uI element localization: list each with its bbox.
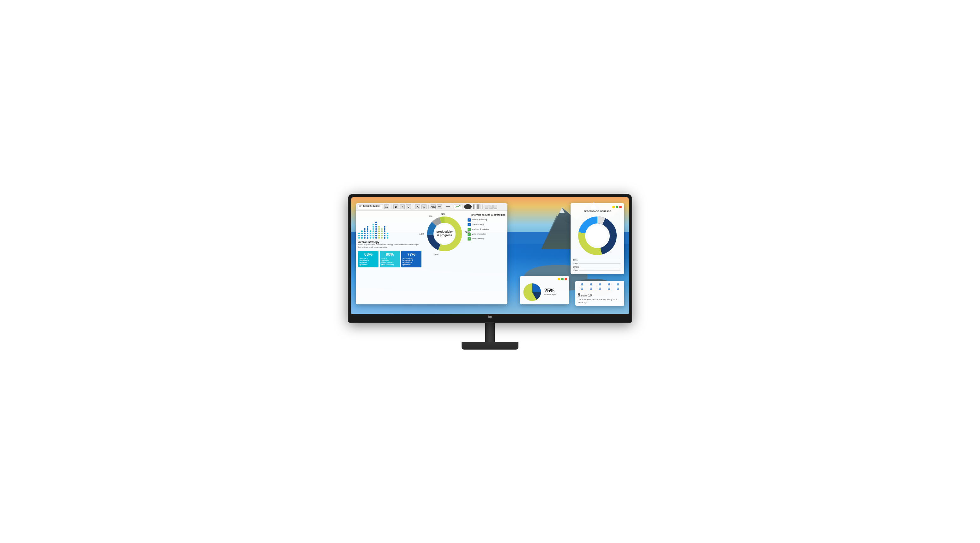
- font-name-input[interactable]: HP SimplifiedLight: [358, 204, 383, 209]
- text-a-btn[interactable]: A: [415, 204, 420, 209]
- checklist-item-5: ✓ work efficiency: [468, 237, 506, 240]
- computer-icon-3: 🖥: [596, 283, 604, 286]
- dot: [375, 224, 377, 225]
- check-label-4: value proposition: [472, 233, 486, 236]
- oval-icon[interactable]: [464, 204, 472, 209]
- donut-label-progress: & progress: [437, 234, 452, 237]
- legend-item-100: 100%: [573, 266, 622, 268]
- dot: [370, 237, 371, 239]
- pie-sub-text: of users agree: [544, 294, 567, 296]
- stat-value-77: 77%: [407, 252, 415, 256]
- dot: [381, 232, 383, 234]
- dot: [378, 235, 380, 236]
- percentage-title: PERCENTAGE INCREASE: [573, 210, 622, 213]
- dot: [372, 228, 374, 230]
- dot: [378, 231, 380, 232]
- toolbar-divider-6: [482, 204, 483, 209]
- dot: [367, 235, 368, 236]
- analysis-section: analysis results & strategies ✓ content …: [468, 213, 506, 302]
- checkmark-icon-5: ✓: [468, 238, 470, 240]
- stat-value-63: 63%: [364, 252, 372, 256]
- dot: [372, 237, 374, 239]
- dot-col-11: [387, 232, 388, 239]
- checkmark-icon-4: ✓: [468, 233, 470, 236]
- dot: [361, 232, 363, 234]
- donut-center-label: productivity & progress: [436, 230, 453, 237]
- monitor-wrapper: HP SimplifiedLight 12 B I U A A ABC abc: [348, 194, 632, 350]
- dot: [361, 237, 363, 239]
- checkbox-3[interactable]: ✓: [468, 228, 471, 231]
- underline-btn[interactable]: U: [406, 204, 411, 209]
- dot: [372, 226, 374, 228]
- checkbox-2[interactable]: ✓: [468, 223, 471, 226]
- pie-close-btn[interactable]: [565, 278, 567, 280]
- computer-icon-6: 🖥: [578, 287, 586, 290]
- check-label-3: analytics & statistics: [472, 228, 489, 231]
- checkmark-icon-3: ✓: [468, 228, 470, 231]
- pie-minimize-btn[interactable]: [558, 278, 560, 280]
- dot: [372, 224, 374, 225]
- dot: [387, 235, 388, 236]
- dot: [375, 235, 377, 236]
- align-icon[interactable]: [446, 206, 450, 207]
- dots-icon[interactable]: [473, 204, 480, 209]
- stat-item-framework: framework: [360, 264, 377, 266]
- abc2-btn[interactable]: abc: [437, 204, 442, 209]
- line-chart-icon[interactable]: [454, 204, 463, 209]
- close-button[interactable]: [619, 206, 622, 208]
- grid-icon[interactable]: [493, 205, 497, 209]
- checklist-item-3: ✓ analytics & statistics: [468, 228, 506, 231]
- abc-btn[interactable]: ABC: [431, 204, 436, 209]
- font-size-btn[interactable]: 12: [384, 204, 389, 209]
- legend-item-25: 25%: [573, 269, 622, 272]
- svg-point-14: [587, 226, 608, 246]
- dot-col-9: [381, 228, 383, 239]
- maximize-button[interactable]: [616, 206, 618, 208]
- checkbox-5[interactable]: ✓: [468, 237, 471, 240]
- text-a2-btn[interactable]: A: [422, 204, 426, 209]
- stat-box-80: 80% contentmarketing digital strategy cl…: [380, 251, 400, 268]
- pie-maximize-btn[interactable]: [561, 278, 563, 280]
- pie-percent: 25%: [544, 288, 567, 294]
- stat-text: office workers work more efficiently on …: [578, 298, 622, 304]
- dot: [378, 232, 380, 234]
- bold-btn[interactable]: B: [393, 204, 398, 209]
- checklist-item-2: ✓ digital strategy: [468, 223, 506, 226]
- dot: [367, 231, 368, 232]
- legend-line-1: [579, 260, 620, 260]
- dashboard-panel: HP SimplifiedLight 12 B I U A A ABC abc: [356, 203, 508, 304]
- stat-item-innovation: innovation: [402, 264, 420, 266]
- checkbox-4[interactable]: ✓: [468, 232, 471, 236]
- italic-btn[interactable]: I: [399, 204, 405, 209]
- computer-icon-7: 🖥: [587, 287, 595, 290]
- monitor-bezel: HP SimplifiedLight 12 B I U A A ABC abc: [348, 194, 632, 323]
- minimize-button[interactable]: [612, 206, 615, 208]
- dot: [364, 237, 366, 239]
- monitor-stand-neck: [485, 323, 495, 342]
- legend-label-25: 25%: [573, 269, 578, 272]
- dot: [361, 231, 363, 232]
- picture-icon[interactable]: ⬜: [485, 205, 488, 209]
- dot: [367, 228, 368, 230]
- toolbar-divider-4: [444, 204, 444, 209]
- dot: [364, 231, 366, 232]
- dot: [364, 228, 366, 230]
- dot: [370, 231, 371, 232]
- legend-line-4: [579, 270, 620, 271]
- dot: [375, 231, 377, 232]
- legend-line-2: [579, 263, 620, 264]
- dot: [384, 232, 385, 234]
- computer-icon-1: 🖥: [578, 283, 586, 286]
- monitor-stand-base: [461, 342, 519, 350]
- checkbox-1[interactable]: ✓: [468, 218, 471, 221]
- dot: [384, 228, 385, 230]
- dot: [372, 232, 374, 234]
- dot: [387, 232, 388, 234]
- computer-icon-5: 🖥: [614, 283, 622, 286]
- dot: [387, 237, 388, 239]
- check-label-1: content marketing: [472, 219, 487, 221]
- legend-label-50: 50%: [573, 259, 578, 261]
- percentage-panel: PERCENTAGE INCREASE 50%: [571, 203, 624, 274]
- color-icon[interactable]: [489, 205, 493, 209]
- toolbar-divider-2: [413, 204, 413, 209]
